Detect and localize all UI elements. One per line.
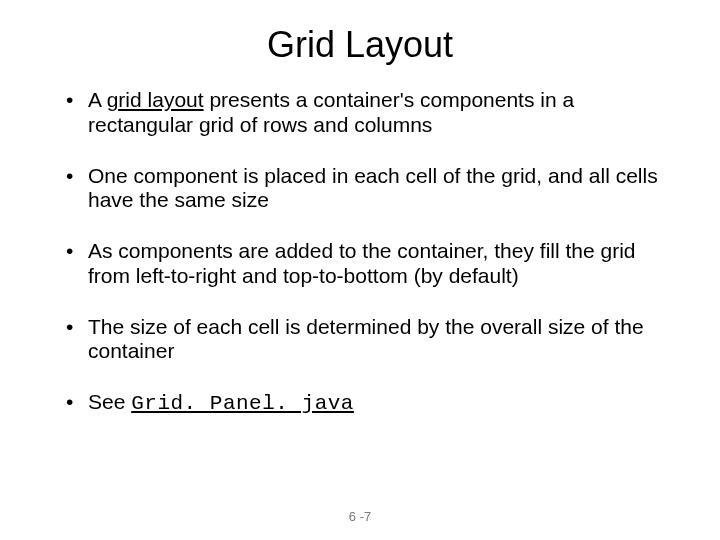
bullet-text: As components are added to the container… bbox=[88, 239, 636, 287]
code-link: Grid. Panel. java bbox=[131, 392, 354, 415]
bullet-item: A grid layout presents a container's com… bbox=[60, 88, 660, 138]
slide-title: Grid Layout bbox=[60, 24, 660, 66]
slide-number: 6 -7 bbox=[0, 509, 720, 524]
bullet-text: The size of each cell is determined by t… bbox=[88, 315, 644, 363]
bullet-item: As components are added to the container… bbox=[60, 239, 660, 289]
bullet-text: One component is placed in each cell of … bbox=[88, 164, 658, 212]
bullet-text: A bbox=[88, 88, 107, 111]
bullet-list: A grid layout presents a container's com… bbox=[60, 88, 660, 417]
bullet-term: grid layout bbox=[107, 88, 204, 111]
bullet-item: See Grid. Panel. java bbox=[60, 390, 660, 417]
bullet-item: The size of each cell is determined by t… bbox=[60, 315, 660, 365]
bullet-item: One component is placed in each cell of … bbox=[60, 164, 660, 214]
bullet-text: See bbox=[88, 390, 131, 413]
slide: Grid Layout A grid layout presents a con… bbox=[0, 0, 720, 540]
